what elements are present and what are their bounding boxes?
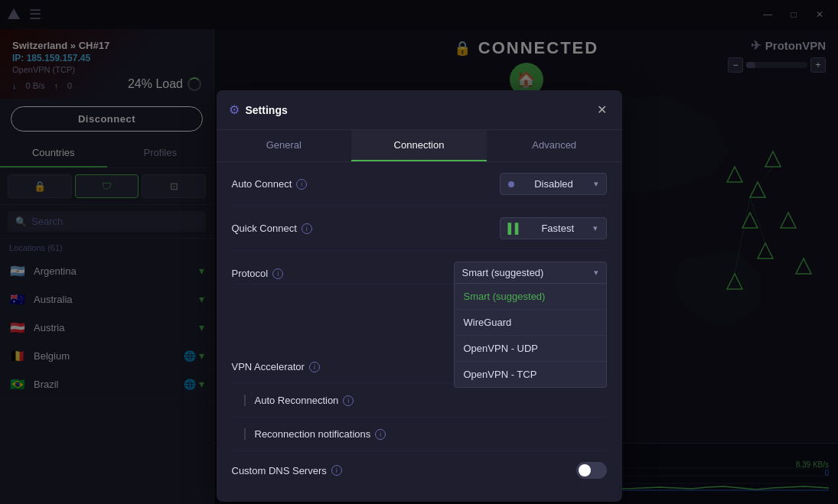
- auto-connect-text: Auto Connect: [232, 178, 292, 190]
- setting-row-custom-dns: Custom DNS Servers i: [232, 451, 607, 489]
- custom-dns-info-icon[interactable]: i: [331, 465, 342, 476]
- settings-tabs: General Connection Advanced: [217, 130, 622, 162]
- settings-dialog: ⚙ Settings ✕ General Connection Advanced…: [217, 90, 622, 502]
- protocol-dropdown-menu: Smart (suggested) WireGuard OpenVPN - UD…: [454, 284, 607, 388]
- protocol-label: Protocol i: [232, 262, 284, 279]
- chevron-icon: ▾: [594, 179, 598, 189]
- auto-connect-value: Disabled: [534, 178, 573, 190]
- protocol-value: Smart (suggested): [462, 267, 544, 278]
- protocol-option-openvpn-udp[interactable]: OpenVPN - UDP: [455, 336, 606, 362]
- tab-general[interactable]: General: [217, 130, 352, 161]
- quick-connect-dropdown[interactable]: ▌▌ Fastest ▾: [500, 217, 607, 239]
- auto-reconnection-info-icon[interactable]: i: [343, 395, 354, 406]
- reconnection-notifications-info-icon[interactable]: i: [375, 429, 386, 440]
- vpn-accelerator-label: VPN Accelerator i: [232, 361, 320, 372]
- custom-dns-toggle[interactable]: [576, 462, 607, 479]
- reconnection-notifications-label: Reconnection notifications i: [232, 428, 386, 440]
- protocol-dropdown: Smart (suggested) ▾ Smart (suggested) Wi…: [454, 262, 607, 284]
- setting-row-auto-reconnection: Auto Reconnection i: [232, 384, 607, 418]
- toggle-knob: [579, 464, 591, 476]
- quick-connect-label: Quick Connect i: [232, 223, 312, 234]
- vpn-accelerator-text: VPN Accelerator: [232, 361, 305, 372]
- tab-advanced[interactable]: Advanced: [487, 130, 622, 161]
- quick-connect-value: Fastest: [541, 223, 574, 234]
- custom-dns-label: Custom DNS Servers i: [232, 465, 342, 476]
- auto-connect-label: Auto Connect i: [232, 178, 308, 190]
- settings-gear-icon: ⚙: [229, 102, 240, 117]
- setting-row-protocol: Protocol i Smart (suggested) ▾ Smart (su…: [232, 251, 607, 285]
- vpn-accelerator-info-icon[interactable]: i: [309, 362, 320, 372]
- setting-row-auto-connect: Auto Connect i Disabled ▾: [232, 162, 607, 206]
- tab-connection[interactable]: Connection: [351, 130, 487, 161]
- quick-connect-text: Quick Connect: [232, 223, 297, 234]
- settings-title-left: ⚙ Settings: [229, 102, 288, 117]
- modal-overlay: ⚙ Settings ✕ General Connection Advanced…: [0, 0, 838, 504]
- chevron-icon-2: ▾: [593, 223, 598, 233]
- quick-connect-info-icon[interactable]: i: [302, 223, 312, 234]
- protocol-option-wireguard[interactable]: WireGuard: [455, 310, 606, 336]
- settings-title: Settings: [246, 104, 288, 116]
- auto-reconnection-text: Auto Reconnection: [244, 395, 339, 406]
- protocol-option-openvpn-tcp[interactable]: OpenVPN - TCP: [455, 362, 606, 387]
- bars-icon: ▌▌: [508, 223, 522, 234]
- settings-titlebar: ⚙ Settings ✕: [217, 90, 622, 130]
- settings-content: Auto Connect i Disabled ▾ Quick Connect …: [217, 162, 622, 502]
- chevron-icon-3: ▾: [594, 268, 598, 278]
- auto-connect-dropdown[interactable]: Disabled ▾: [500, 173, 607, 195]
- auto-connect-info-icon[interactable]: i: [296, 179, 307, 190]
- protocol-dropdown-button[interactable]: Smart (suggested) ▾: [454, 262, 607, 284]
- custom-dns-text: Custom DNS Servers: [232, 465, 327, 476]
- settings-close-button[interactable]: ✕: [594, 99, 610, 120]
- setting-row-reconnection-notifications: Reconnection notifications i: [232, 418, 607, 451]
- protocol-option-smart[interactable]: Smart (suggested): [455, 284, 606, 310]
- setting-row-quick-connect: Quick Connect i ▌▌ Fastest ▾: [232, 206, 607, 251]
- protocol-info-icon[interactable]: i: [272, 268, 283, 279]
- app-window: ☰ — □ ✕ Switzerland » CH#17 IP: 185.159.…: [0, 0, 838, 504]
- auto-reconnection-label: Auto Reconnection i: [232, 395, 354, 406]
- reconnection-notifications-text: Reconnection notifications: [244, 428, 371, 440]
- disabled-dot-icon: [508, 181, 514, 187]
- protocol-text: Protocol: [232, 268, 269, 279]
